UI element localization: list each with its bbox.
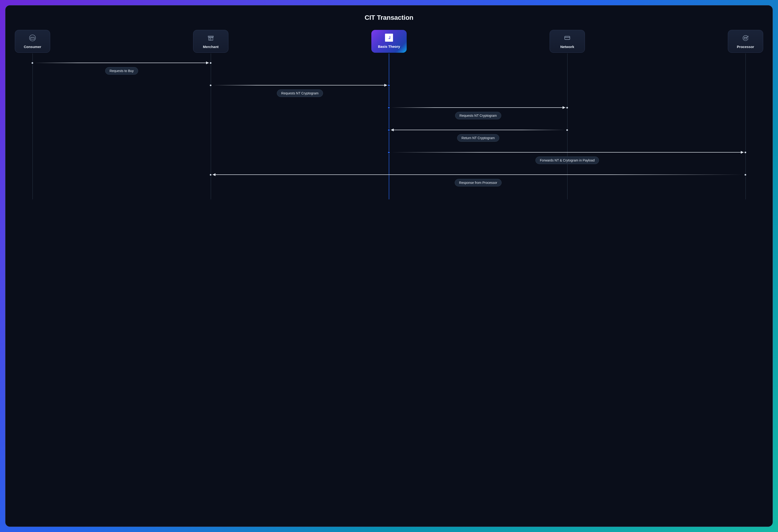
dest-dot bbox=[744, 151, 747, 154]
actor-label: Network bbox=[560, 45, 574, 49]
basis-theory-icon bbox=[385, 34, 393, 42]
message-2: Requests NT Cryptogram bbox=[15, 108, 763, 124]
arrow-head-icon bbox=[391, 128, 394, 131]
svg-rect-6 bbox=[210, 38, 211, 40]
message-label: Requests NT Cryptogram bbox=[455, 112, 501, 119]
card-reader-icon bbox=[27, 34, 38, 42]
message-label: Requests to Buy bbox=[105, 67, 138, 75]
source-dot bbox=[209, 84, 212, 87]
svg-rect-9 bbox=[744, 37, 747, 39]
actors-row: Consumer Merchant Basis Theory Network P… bbox=[15, 30, 763, 53]
diagram-title: CIT Transaction bbox=[15, 14, 763, 21]
message-layer: Requests to BuyRequests NT CryptogramReq… bbox=[15, 54, 763, 199]
message-1: Requests NT Cryptogram bbox=[15, 85, 763, 102]
arrow-head-icon bbox=[562, 106, 565, 109]
actor-processor: Processor bbox=[728, 30, 763, 53]
sequence-diagram: Consumer Merchant Basis Theory Network P… bbox=[15, 30, 763, 199]
actor-consumer: Consumer bbox=[15, 30, 50, 53]
arrow-head-icon bbox=[213, 173, 216, 176]
message-label: Return NT Cryptogram bbox=[457, 134, 499, 142]
dest-dot bbox=[388, 84, 390, 87]
dest-dot bbox=[209, 62, 212, 64]
arrow-line bbox=[213, 85, 387, 85]
arrow-head-icon bbox=[384, 84, 387, 87]
diagram-panel: CIT Transaction Consumer Merchant Basis … bbox=[5, 5, 773, 527]
arrow-line bbox=[391, 130, 565, 130]
actor-basistheory: Basis Theory bbox=[371, 30, 407, 53]
source-dot bbox=[566, 129, 568, 131]
message-label: Response from Processor bbox=[455, 179, 502, 186]
message-label: Forwards NT & Crytogram in Payload bbox=[536, 157, 599, 164]
arrow-line bbox=[391, 107, 565, 108]
svg-rect-5 bbox=[209, 38, 213, 40]
dest-dot bbox=[209, 174, 212, 176]
message-5: Response from Processor bbox=[15, 175, 763, 191]
actor-label: Processor bbox=[737, 45, 754, 49]
actor-label: Merchant bbox=[203, 45, 219, 49]
source-dot bbox=[388, 151, 390, 154]
arrow-line bbox=[391, 152, 744, 153]
arrow-line bbox=[213, 174, 744, 175]
source-dot bbox=[744, 174, 747, 176]
source-dot bbox=[31, 62, 34, 64]
message-0: Requests to Buy bbox=[15, 63, 763, 79]
arrow-head-icon bbox=[206, 62, 209, 64]
svg-rect-7 bbox=[565, 36, 570, 39]
storefront-icon bbox=[206, 34, 216, 42]
dest-dot bbox=[566, 106, 568, 109]
credit-card-icon bbox=[562, 34, 572, 42]
dest-dot bbox=[388, 129, 390, 131]
actor-merchant: Merchant bbox=[193, 30, 228, 53]
svg-rect-1 bbox=[30, 37, 34, 39]
actor-network: Network bbox=[550, 30, 585, 53]
message-4: Forwards NT & Crytogram in Payload bbox=[15, 152, 763, 169]
arrow-line bbox=[34, 63, 209, 63]
arrow-head-icon bbox=[741, 151, 744, 154]
message-3: Return NT Cryptogram bbox=[15, 130, 763, 147]
actor-label: Basis Theory bbox=[378, 45, 400, 49]
source-dot bbox=[388, 106, 390, 109]
refresh-card-icon bbox=[740, 34, 751, 42]
actor-label: Consumer bbox=[24, 45, 41, 49]
message-label: Requests NT Cryptogram bbox=[277, 89, 323, 97]
